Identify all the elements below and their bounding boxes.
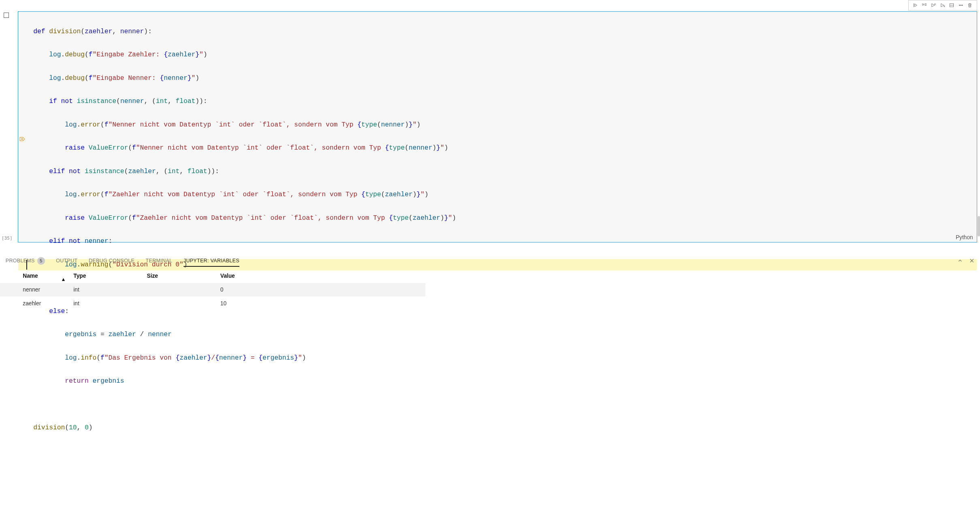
variables-header-row: Name ▲ Type Size Value [0,269,425,283]
notebook-cell-region: [35] def division(zaehler, nenner): log.… [0,11,613,242]
svg-point-4 [21,138,23,140]
variables-table: Name ▲ Type Size Value nenner int 0 zaeh… [0,269,425,310]
var-type: int [73,287,147,293]
var-name: nenner [0,287,73,293]
tab-jupyter-variables[interactable]: JUPYTER: VARIABLES [178,253,245,268]
tab-terminal[interactable]: TERMINAL [140,253,178,268]
cell-run-indicator[interactable] [4,13,9,18]
variable-row[interactable]: zaehler int 10 [0,296,425,310]
col-header-value[interactable]: Value [220,273,425,279]
cell-gutter: [35] [0,11,18,242]
execution-count: [35] [2,236,13,241]
panel-tabs: PROBLEMS 5 OUTPUT DEBUG CONSOLE TERMINAL… [0,253,613,268]
sort-ascending-icon[interactable]: ▲ [61,277,66,282]
col-header-name[interactable]: Name ▲ [0,273,73,279]
problems-count-badge: 5 [37,257,45,265]
col-header-type[interactable]: Type [73,273,147,279]
var-type: int [73,300,147,307]
tab-output[interactable]: OUTPUT [50,253,83,268]
breakpoint-current-line-icon[interactable] [19,136,25,142]
code-editor[interactable]: def division(zaehler, nenner): log.debug… [27,14,613,234]
var-value: 10 [220,300,425,307]
bottom-panel: PROBLEMS 5 OUTPUT DEBUG CONSOLE TERMINAL… [0,253,613,326]
col-header-size[interactable]: Size [147,273,220,279]
code-cell[interactable]: def division(zaehler, nenner): log.debug… [18,11,613,242]
tab-problems[interactable]: PROBLEMS 5 [0,253,50,268]
var-value: 0 [220,287,425,293]
var-name: zaehler [0,300,73,307]
tab-debug-console[interactable]: DEBUG CONSOLE [83,253,140,268]
variable-row[interactable]: nenner int 0 [0,283,425,297]
